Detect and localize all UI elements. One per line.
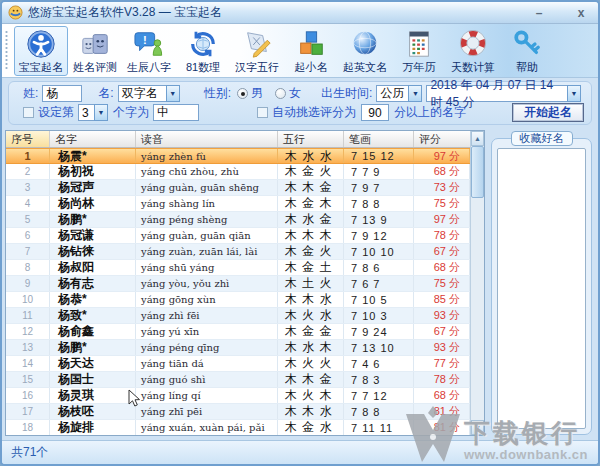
row-pinyin: yáng guó shì [136,372,278,387]
row-pinyin: yáng xuán, xuàn pái, pǎi [136,420,278,435]
surname-label: 姓: [23,85,38,102]
row-pinyin: yáng yú xīn [136,324,278,339]
table-row[interactable]: 17 杨枝呸 yáng zhī pēi 木 木 水 7 8 8 81 分 [6,404,470,420]
row-number: 14 [6,356,50,371]
header-strokes[interactable]: 笔画 [344,131,414,147]
score-threshold-input[interactable]: 90 [361,104,389,121]
scroll-up-icon[interactable]: ▲ [471,131,484,146]
row-pinyin: yáng yòu, yǒu zhì [136,276,278,291]
close-button[interactable]: x [572,6,590,20]
scroll-down-icon[interactable]: ▼ [471,420,484,435]
row-number: 16 [6,388,50,403]
row-score: 75 分 [414,196,470,211]
main-area: 序号 名字 读音 五行 笔画 评分 1 杨震* yáng zhèn fù 木 水… [2,128,598,440]
row-wuxing: 木 金 火 [278,164,344,179]
header-score[interactable]: 评分 [414,131,470,147]
row-name: 杨天达 [50,356,136,371]
name-type-select[interactable]: 双字名 ▼ [118,85,180,102]
row-name: 杨鹏* [50,212,136,227]
table-row[interactable]: 14 杨天达 yáng tiān dá 木 火 火 7 4 6 77 分 [6,356,470,372]
row-score: 68 分 [414,260,470,275]
table-row[interactable]: 4 杨尚林 yáng shàng lín 木 金 木 7 8 8 75 分 [6,196,470,212]
gender-female-radio[interactable] [275,88,286,99]
table-row[interactable]: 13 杨鹏* yáng péng qīng 木 水 木 7 13 10 93 分 [6,340,470,356]
table-row[interactable]: 7 杨钻徕 yáng zuàn, zuān lái, lài 木 金 火 7 1… [6,244,470,260]
fix-char-prefix-label: 设定第 [38,104,74,121]
fix-char-input[interactable]: 中 [153,104,199,121]
table-row[interactable]: 10 杨恭* yáng gōng xùn 木 木 水 7 10 5 85 分 [6,292,470,308]
row-pinyin: yáng chū zhòu, zhù [136,164,278,179]
auto-filter-checkbox[interactable] [257,107,268,118]
toolbar-numerology[interactable]: 81数理 [176,26,230,76]
toolbar-baby-naming[interactable]: 宝宝起名 [14,26,68,76]
fix-char-index-select[interactable]: 3 ▼ [78,104,108,121]
table-row[interactable]: 2 杨初祝 yáng chū zhòu, zhù 木 金 火 7 7 9 68 … [6,164,470,180]
table-row[interactable]: 15 杨国士 yáng guó shì 木 木 金 7 8 3 78 分 [6,372,470,388]
table-row[interactable]: 11 杨致* yáng zhì fēi 木 火 水 7 10 3 93 分 [6,308,470,324]
row-wuxing: 木 木 金 [278,372,344,387]
row-score: 97 分 [414,149,470,163]
table-row[interactable]: 16 杨灵琪 yáng líng qí 木 火 木 7 7 12 68 分 [6,388,470,404]
birth-datetime-picker[interactable]: 2018 年 04 月 07 日 14 时 45 分 ▼ [426,85,581,102]
row-wuxing: 木 木 金 [278,180,344,195]
chevron-down-icon[interactable]: ▼ [166,85,180,102]
table-row[interactable]: 6 杨冠谦 yáng guàn, guān qiān 木 木 木 7 9 12 … [6,228,470,244]
row-strokes: 7 9 7 [344,180,414,195]
row-pinyin: yáng shū yáng [136,260,278,275]
toolbar-day-calc[interactable]: 天数计算 [446,26,500,76]
chevron-down-icon[interactable]: ▼ [567,85,581,102]
header-wuxing[interactable]: 五行 [278,131,344,147]
calendar-type-select[interactable]: 公历 ▼ [376,85,422,102]
row-pinyin: yáng zuàn, zuān lái, lài [136,244,278,259]
row-name: 杨冠声 [50,180,136,195]
chevron-down-icon[interactable]: ▼ [94,104,108,121]
row-name: 杨钻徕 [50,244,136,259]
row-number: 11 [6,308,50,323]
toolbar-hanzi-wuxing[interactable]: 汉字五行 [230,26,284,76]
start-naming-button[interactable]: 开始起名 [512,103,584,122]
gender-label: 性别: [204,85,231,102]
fix-char-checkbox[interactable] [23,107,34,118]
row-wuxing: 木 金 土 [278,260,344,275]
toolbar-birth-bazi[interactable]: ! 生辰八字 [122,26,176,76]
table-row[interactable]: 3 杨冠声 yáng guàn, guān shēng 木 木 金 7 9 7 … [6,180,470,196]
table-row[interactable]: 8 杨叔阳 yáng shū yáng 木 金 土 7 8 6 68 分 [6,260,470,276]
row-score: 93 分 [414,308,470,323]
table-row[interactable]: 1 杨震* yáng zhèn fù 木 水 水 7 15 12 97 分 [6,148,470,164]
table-row[interactable]: 5 杨鹏* yáng péng shèng 木 水 金 7 13 9 97 分 [6,212,470,228]
mouse-cursor [128,389,141,408]
row-strokes: 7 15 12 [344,149,414,163]
table-scrollbar[interactable]: ▲ ▼ [470,131,484,435]
toolbar-help[interactable]: 帮助 [500,26,554,76]
table-row[interactable]: 18 杨旋排 yáng xuán, xuàn pái, pǎi 木 金 水 7 … [6,420,470,435]
toolbar-label: 生辰八字 [127,60,171,75]
row-score: 75 分 [414,276,470,291]
row-pinyin: yáng gōng xùn [136,292,278,307]
header-no[interactable]: 序号 [6,131,50,147]
toolbar-label: 天数计算 [451,60,495,75]
favorites-panel: 收藏好名 [491,131,592,435]
chevron-down-icon[interactable]: ▼ [408,85,422,102]
row-wuxing: 木 火 木 [278,388,344,403]
header-name[interactable]: 名字 [50,131,136,147]
favorites-list[interactable] [497,148,586,429]
table-row[interactable]: 9 杨有志 yáng yòu, yǒu zhì 木 土 火 7 6 7 75 分 [6,276,470,292]
row-name: 杨俞鑫 [50,324,136,339]
scrollbar-thumb[interactable] [471,146,484,198]
toolbar-english-name[interactable]: 起英文名 [338,26,392,76]
row-number: 2 [6,164,50,179]
row-number: 3 [6,180,50,195]
table-row[interactable]: 12 杨俞鑫 yáng yú xīn 木 金 金 7 9 24 67 分 [6,324,470,340]
minimize-button[interactable]: – [530,6,548,20]
toolbar-name-test[interactable]: 姓名评测 [68,26,122,76]
row-wuxing: 木 水 水 [278,149,344,163]
surname-input[interactable]: 杨 [42,85,82,102]
row-wuxing: 木 金 木 [278,196,344,211]
toolbar-nickname[interactable]: 起小名 [284,26,338,76]
gender-male-radio[interactable] [237,88,248,99]
header-pinyin[interactable]: 读音 [136,131,278,147]
table-header: 序号 名字 读音 五行 笔画 评分 [6,131,470,148]
row-score: 77 分 [414,356,470,371]
toolbar-label: 姓名评测 [73,60,117,75]
toolbar-calendar[interactable]: 万年历 [392,26,446,76]
